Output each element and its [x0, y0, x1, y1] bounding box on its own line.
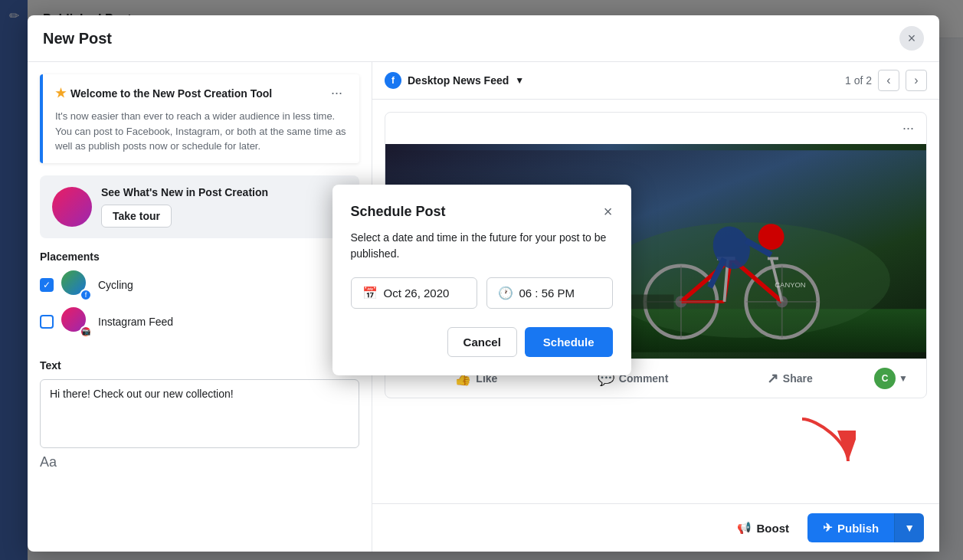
schedule-close-button[interactable]: × — [604, 203, 613, 221]
calendar-icon: 📅 — [362, 286, 378, 300]
schedule-submit-button[interactable]: Schedule — [525, 327, 613, 357]
cancel-button[interactable]: Cancel — [447, 327, 517, 357]
schedule-inputs: 📅 Oct 26, 2020 🕐 06 : 56 PM — [351, 277, 613, 309]
schedule-description: Select a date and time in the future for… — [351, 230, 613, 262]
date-input-group[interactable]: 📅 Oct 26, 2020 — [351, 277, 477, 309]
schedule-modal-title: Schedule Post — [351, 204, 446, 220]
schedule-modal-header: Schedule Post × — [351, 203, 613, 221]
schedule-post-modal: Schedule Post × Select a date and time i… — [332, 185, 631, 375]
schedule-footer: Cancel Schedule — [351, 327, 613, 357]
schedule-overlay: Schedule Post × Select a date and time i… — [0, 0, 963, 560]
date-value: Oct 26, 2020 — [384, 287, 450, 300]
time-input-group[interactable]: 🕐 06 : 56 PM — [486, 277, 613, 309]
time-value: 06 : 56 PM — [519, 287, 575, 300]
clock-icon: 🕐 — [498, 286, 513, 300]
